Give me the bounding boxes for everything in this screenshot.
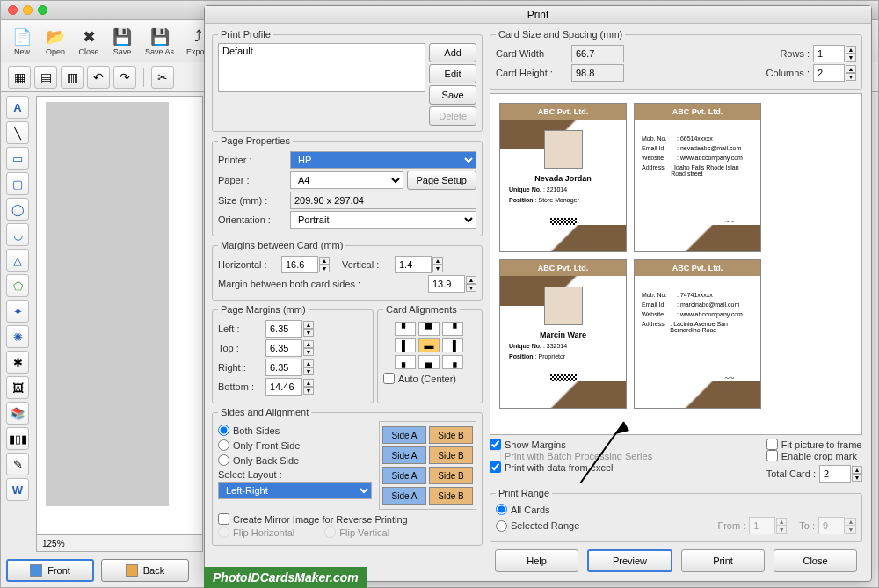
canvas-area[interactable] [36, 96, 203, 535]
template-icon[interactable]: ▥ [61, 66, 84, 89]
excel-checkbox[interactable] [490, 461, 501, 473]
polygon-tool-icon[interactable]: ⬠ [6, 274, 29, 297]
rounded-rect-tool-icon[interactable]: ▢ [6, 172, 29, 195]
front-only-radio[interactable] [218, 439, 229, 451]
open-button[interactable]: 📂Open [40, 25, 71, 58]
align-br[interactable]: ▗ [442, 355, 463, 369]
undo-icon[interactable]: ↶ [87, 66, 110, 89]
spinner-icon[interactable]: ▲▼ [319, 257, 330, 272]
spinner-icon[interactable]: ▲▼ [303, 340, 314, 356]
zoom-window-icon[interactable] [38, 5, 47, 15]
show-margins-checkbox[interactable] [490, 439, 501, 450]
profile-delete-button[interactable]: Delete [429, 106, 476, 126]
close-button[interactable]: ✖Close [73, 25, 105, 58]
align-tl[interactable]: ▘ [395, 322, 416, 336]
rows-input[interactable] [813, 45, 845, 62]
margin-right-input[interactable] [265, 359, 302, 376]
minimize-window-icon[interactable] [23, 5, 33, 15]
wordart-tool-icon[interactable]: W [6, 478, 29, 501]
arc-tool-icon[interactable]: ◡ [6, 223, 29, 246]
card-alignments-group: Card Alignments ▘▀▝ ▌▬▐ ▖▄▗ Auto (Center… [377, 304, 483, 403]
layout-option[interactable]: Side B [429, 467, 473, 484]
close-window-icon[interactable] [8, 5, 18, 15]
align-tr[interactable]: ▝ [442, 322, 463, 336]
printer-select[interactable]: HP [290, 151, 476, 169]
page-margins-group: Page Margins (mm) Left :▲▼ Top :▲▼ Right… [212, 304, 374, 403]
margin-bottom-input[interactable] [265, 378, 302, 396]
star-tool-icon[interactable]: ✦ [6, 300, 29, 323]
layout-option[interactable]: Side A [382, 467, 426, 484]
barcode-tool-icon[interactable]: ▮▯▮ [6, 427, 29, 450]
page-setup-button[interactable]: Page Setup [407, 171, 477, 190]
align-mc[interactable]: ▬ [418, 338, 440, 352]
ellipse-tool-icon[interactable]: ◯ [6, 198, 29, 221]
spinner-icon[interactable]: ▲▼ [303, 379, 314, 395]
vertical-margin-input[interactable] [395, 256, 432, 273]
spinner-icon[interactable]: ▲▼ [303, 359, 314, 375]
layout-select[interactable]: Left-Right [218, 482, 372, 499]
new-button[interactable]: 📄New [6, 25, 38, 58]
all-cards-radio[interactable] [496, 504, 507, 515]
cols-input[interactable] [813, 64, 845, 82]
layout-option[interactable]: Side A [382, 426, 426, 444]
library-tool-icon[interactable]: 📚 [6, 402, 29, 425]
saveas-button[interactable]: 💾Save As [140, 25, 179, 58]
both-sides-radio[interactable] [218, 425, 229, 436]
align-tc[interactable]: ▀ [418, 322, 440, 336]
symbol-tool-icon[interactable]: ✱ [6, 351, 29, 374]
align-bl[interactable]: ▖ [395, 355, 416, 369]
layout-option[interactable]: Side B [429, 426, 473, 444]
layout-option[interactable]: Side B [429, 487, 473, 505]
print-dialog: Print Print Profile Default Add Edit Sav… [204, 5, 872, 582]
align-bc[interactable]: ▄ [418, 355, 440, 369]
canvas-surface[interactable] [46, 102, 169, 506]
image-tool-icon[interactable]: 🖼 [6, 376, 29, 399]
spinner-icon[interactable]: ▲▼ [846, 46, 856, 62]
align-mr[interactable]: ▐ [442, 338, 463, 352]
horizontal-margin-input[interactable] [281, 256, 318, 273]
triangle-tool-icon[interactable]: △ [6, 249, 29, 272]
new-card-icon[interactable]: ▦ [8, 66, 31, 89]
margin-top-input[interactable] [265, 339, 302, 357]
print-button[interactable]: Print [681, 549, 765, 572]
layout-option[interactable]: Side A [382, 446, 426, 464]
orientation-select[interactable]: Portrait [290, 211, 476, 229]
total-card-input[interactable] [819, 465, 851, 483]
spinner-icon[interactable]: ▲▼ [303, 321, 314, 337]
layout-option[interactable]: Side A [382, 487, 426, 505]
tab-back[interactable]: Back [101, 559, 189, 582]
mirror-checkbox[interactable] [218, 513, 229, 525]
line-tool-icon[interactable]: ╲ [6, 121, 29, 144]
align-ml[interactable]: ▌ [395, 338, 416, 352]
close-button[interactable]: Close [774, 549, 857, 572]
back-only-radio[interactable] [218, 454, 229, 466]
fit-picture-checkbox[interactable] [766, 439, 778, 450]
cut-icon[interactable]: ✂ [151, 66, 174, 89]
wizard-icon[interactable]: ▤ [34, 66, 57, 89]
both-sides-margin-input[interactable] [428, 275, 465, 293]
preview-button[interactable]: Preview [587, 549, 672, 572]
selected-range-radio[interactable] [496, 520, 507, 532]
profile-edit-button[interactable]: Edit [429, 64, 476, 83]
rectangle-tool-icon[interactable]: ▭ [6, 147, 29, 170]
signature-tool-icon[interactable]: ✎ [6, 453, 29, 475]
auto-center-checkbox[interactable] [383, 373, 395, 384]
help-button[interactable]: Help [495, 549, 578, 572]
profile-save-button[interactable]: Save [429, 85, 476, 105]
margin-left-input[interactable] [265, 320, 302, 338]
text-tool-icon[interactable]: A [6, 96, 29, 119]
save-button[interactable]: 💾Save [106, 25, 138, 58]
spinner-icon[interactable]: ▲▼ [432, 257, 443, 272]
tab-front[interactable]: Front [6, 559, 94, 582]
spinner-icon[interactable]: ▲▼ [846, 65, 856, 81]
back-color-swatch [126, 564, 138, 577]
spinner-icon[interactable]: ▲▼ [852, 466, 862, 482]
crop-mark-checkbox[interactable] [766, 450, 778, 461]
spinner-icon[interactable]: ▲▼ [466, 276, 476, 292]
profile-add-button[interactable]: Add [429, 43, 476, 62]
profile-list[interactable]: Default [218, 43, 425, 92]
layout-option[interactable]: Side B [429, 446, 473, 464]
burst-tool-icon[interactable]: ✺ [6, 325, 29, 348]
paper-select[interactable]: A4 [290, 171, 403, 189]
redo-icon[interactable]: ↷ [113, 66, 136, 89]
